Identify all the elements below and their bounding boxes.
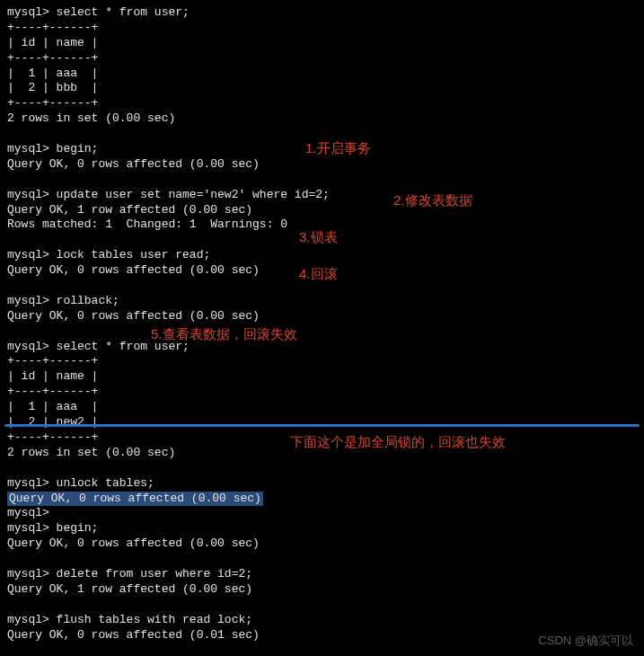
annotation-1: 1.开启事务 (305, 139, 371, 157)
annotation-5: 5.查看表数据，回滚失效 (151, 325, 297, 343)
annotation-2: 2.修改表数据 (393, 191, 472, 209)
terminal-output[interactable]: mysql> select * from user; +----+------+… (7, 5, 637, 656)
annotation-6: 下面这个是加全局锁的，回滚也失效 (290, 433, 506, 451)
csdn-watermark: CSDN @确实可以 (538, 634, 633, 649)
section-divider (4, 424, 640, 427)
annotation-4: 4.回滚 (299, 265, 338, 283)
terminal-block-1: mysql> select * from user; +----+------+… (7, 5, 330, 490)
terminal-block-2: mysql> mysql> begin; Query OK, 0 rows af… (7, 506, 260, 656)
annotation-3: 3.锁表 (299, 228, 338, 246)
highlighted-line: Query OK, 0 rows affected (0.00 sec) (7, 492, 263, 507)
